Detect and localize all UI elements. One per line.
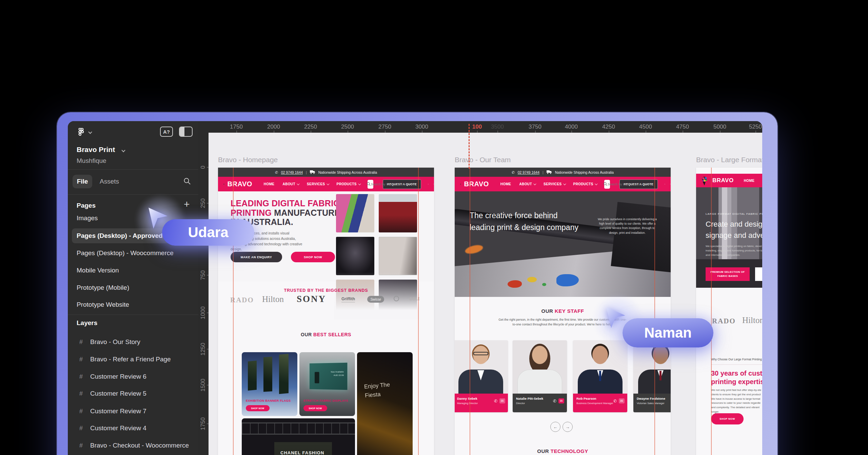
gallery-image [336,237,374,275]
product-card-stretch-fabric[interactable]: Now AvailableAUD 15.99 STRETCH FABRIC DI… [299,352,355,416]
lf-paragraph-2: We not only print fast but offer step-by… [711,388,761,414]
topbar-phone[interactable]: 02 9749 1644 [281,170,303,174]
layer-row[interactable]: #Customer Review 5 [79,390,146,397]
ruler-label: 5250 [749,124,762,130]
sidebar-page-images[interactable]: Images [77,214,98,222]
topbar-shipping: Nationwide Shipping Across Australia [555,170,614,174]
cart-icon[interactable] [670,182,671,187]
figma-logo-icon[interactable] [77,127,86,137]
mail-icon[interactable]: ✉ [558,398,564,403]
mail-icon[interactable]: ✉ [619,398,625,403]
figma-menu-chevron-icon[interactable] [88,130,92,134]
team-hero: The creative force behindleading print &… [455,191,671,297]
team-navbar: BRAVO HOME ABOUT SERVICES PRODUCTS REQUE… [455,177,671,191]
add-page-button[interactable]: + [184,198,190,210]
phone-icon[interactable]: ✆ [553,399,556,403]
nav-home[interactable]: HOME [744,179,755,183]
layout-panel-icon[interactable] [179,127,193,137]
brand-logo-rado: RADO [712,317,736,325]
search-input[interactable] [370,180,406,189]
phone-icon[interactable]: ✆ [494,399,497,403]
chevron-down-icon [358,182,361,185]
search-icon[interactable] [603,182,608,186]
measure-guide-line [469,124,470,169]
phone-icon[interactable]: ✆ [613,399,617,403]
lf-why-divider [711,364,762,365]
frame-homepage[interactable]: ✆ 02 9749 1644 | Nationwide Shipping Acr… [218,168,434,455]
divider [68,194,198,195]
sidebar-page-mobile-version[interactable]: Mobile Version [77,267,119,274]
nav-about[interactable]: ABOUT [519,182,535,186]
sidebar-page-woocommerce[interactable]: Pages (Desktop) - Woocommerce [77,249,174,257]
compare-button[interactable]: COMP [755,267,762,281]
phone-icon: ✆ [512,170,515,174]
frame-title-large-format[interactable]: Bravo - Large Format D [696,156,762,164]
product-card-banner-flags[interactable]: EXHIBITION BANNER FLAGS SHOP NOW [242,352,297,416]
product-card-fiesta[interactable]: Enjoy TheFiesta [357,352,413,455]
cart-icon[interactable] [433,182,434,187]
nav-services[interactable]: SERVICES [307,182,329,186]
nav-services[interactable]: SERVICES [544,182,565,186]
tab-file[interactable]: File [73,175,92,188]
brand-logo-text[interactable]: BRAVO [228,180,252,188]
brand-logo-swisse: Swisse [367,296,384,303]
search-icon[interactable] [367,182,371,186]
frame-large-format[interactable]: BRAVO HOME ABOUT LARGE FORMAT DIGITAL FA… [696,168,762,455]
staff-card[interactable]: Natalie Pitt-Sebek Director ✆✉ [513,340,567,412]
file-title-chevron-icon[interactable] [121,148,125,152]
layer-row[interactable]: #Bravo - Refer a Friend Page [79,356,171,363]
staff-footer: Natalie Pitt-Sebek Director ✆✉ [513,394,567,412]
frame-icon: # [79,339,83,345]
brand-logo-sony: SONY [297,294,326,304]
tab-assets[interactable]: Assets [100,178,119,185]
product-search[interactable] [368,180,373,189]
topbar-phone[interactable]: 02 9749 1644 [518,170,539,174]
lf-navbar: BRAVO HOME ABOUT [696,174,762,187]
sidebar-page-prototype-website[interactable]: Prototype Website [77,301,129,308]
layer-row[interactable]: #Customer Review 6 [79,373,146,380]
design-canvas[interactable]: Bravo - Homepage Bravo - Our Team Bravo … [209,133,762,455]
best-sellers-heading: OUR BEST SELLERS [218,332,434,337]
layer-row[interactable]: #Customer Review 7 [79,407,146,415]
account-icon[interactable] [665,182,665,187]
brand-logo-text[interactable]: BRAVO [464,180,489,188]
frame-title-homepage[interactable]: Bravo - Homepage [218,156,278,164]
nav-products[interactable]: PRODUCTS [573,182,597,186]
layer-row[interactable]: #Customer Review 4 [79,424,146,432]
staff-card[interactable]: Dwayne Foulstone Victorian Sales Manager… [633,340,671,412]
vertical-ruler[interactable]: 0 250 500 750 1000 1250 1500 1750 [198,133,209,455]
carousel-prev-button[interactable]: ← [550,422,560,432]
search-icon[interactable] [183,177,191,185]
product-card-chanel[interactable]: CHANEL FASHIONWEEK 2025 [242,418,355,455]
rename-icon[interactable]: A? [160,127,173,137]
staff-card[interactable]: Rob Pearson Business Development Manager… [573,340,627,412]
nav-home[interactable]: HOME [264,182,275,186]
staff-card[interactable]: Danny Sebek Managing Director ✆✉ [455,340,508,412]
layer-row[interactable]: #Bravo - Checkout - Woocommerce [79,442,189,449]
product-search[interactable] [604,180,610,189]
frame-title-our-team[interactable]: Bravo - Our Team [455,156,511,164]
staff-footer: Danny Sebek Managing Director ✆✉ [455,394,508,412]
premium-selection-button[interactable]: PREMIUM SELECTION OFFABRIC BASES [706,267,750,281]
make-enquiry-button[interactable]: MAKE AN ENQUIRY [231,252,282,262]
shop-now-button[interactable]: SHOP NOW [303,405,327,411]
divider [68,315,198,315]
account-icon[interactable] [428,182,429,187]
layer-row[interactable]: #Bravo - Our Story [79,338,140,346]
figma-app: A? Bravo Print Mushfique File Assets Pag… [68,121,762,455]
sidebar-page-prototype-mobile[interactable]: Prototype (Mobile) [77,284,129,291]
lf-shop-now-button[interactable]: SHOP NOW [711,413,744,424]
ruler-label: 2250 [304,124,317,130]
mail-icon[interactable]: ✉ [499,398,505,403]
brand-logo-text[interactable]: BRAVO [712,177,734,184]
nav-home[interactable]: HOME [500,182,511,186]
ruler-label: 2500 [341,124,354,130]
shop-now-button[interactable]: SHOP NOW [291,252,335,262]
file-title[interactable]: Bravo Print [77,146,115,154]
carousel-next-button[interactable]: → [563,422,573,432]
shop-now-button[interactable]: SHOP NOW [246,405,270,411]
nav-about[interactable]: ABOUT [282,182,299,186]
horizontal-ruler[interactable]: 1750 2000 2250 2500 2750 3000 100 3500 3… [198,121,762,133]
nav-products[interactable]: PRODUCTS [337,182,360,186]
search-input[interactable] [607,180,643,189]
